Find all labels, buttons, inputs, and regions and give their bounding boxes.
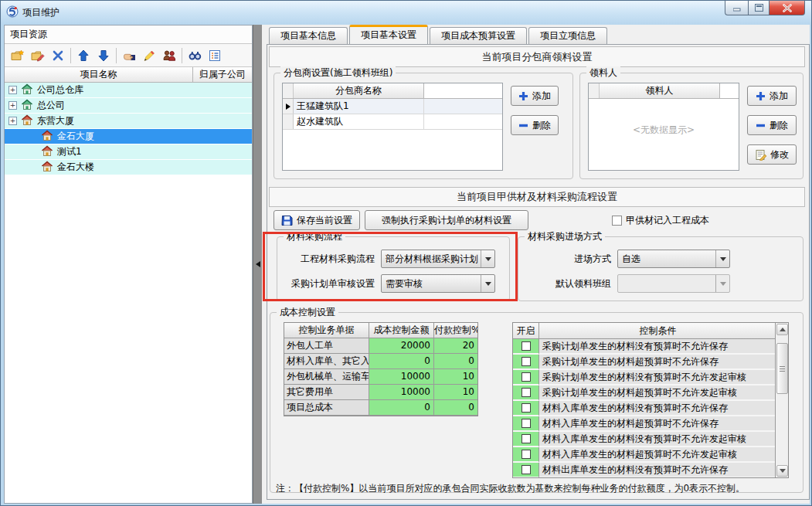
payment-pct-cell[interactable]: 10 <box>434 385 477 400</box>
payment-pct-cell[interactable]: 10 <box>434 369 477 385</box>
minimize-button[interactable] <box>725 1 748 15</box>
column-header-enabled[interactable]: 开启 <box>513 323 539 339</box>
tab-0[interactable]: 项目基本信息 <box>269 27 348 44</box>
subcontractor-add-button[interactable]: 添加 <box>511 86 559 106</box>
column-header-cost-amount[interactable]: 成本控制金额 <box>369 323 434 338</box>
material-flow-dropdown[interactable]: 部分材料根据采购计划 <box>381 250 495 268</box>
members-icon[interactable] <box>159 46 179 65</box>
delete-icon[interactable] <box>48 46 68 65</box>
column-header-doc-type[interactable]: 控制业务单据 <box>284 323 369 338</box>
cost-control-grid: 控制业务单据 成本控制金额 付款控制% 外包人工单2000020材料入库单、其它… <box>284 322 478 416</box>
column-header-picker[interactable]: 领料人 <box>600 83 720 98</box>
maximize-button[interactable] <box>748 1 770 15</box>
column-header-payment-pct[interactable]: 付款控制% <box>434 323 477 338</box>
toolbar-separator <box>116 48 117 63</box>
row-marker-header <box>283 83 294 98</box>
move-down-icon[interactable] <box>93 46 114 65</box>
condition-checkbox[interactable] <box>522 341 531 351</box>
row-marker <box>283 99 294 114</box>
chevron-down-icon[interactable] <box>481 250 494 267</box>
search-icon[interactable] <box>185 46 205 65</box>
tree-item[interactable]: +测试1 <box>5 144 252 160</box>
app-icon <box>6 5 19 20</box>
table-row: 其它费用单1000010 <box>284 385 477 400</box>
assign-icon[interactable] <box>119 46 139 65</box>
condition-checkbox[interactable] <box>522 357 531 366</box>
project-icon <box>21 114 37 128</box>
tree-item[interactable]: +东营大厦 <box>5 114 252 129</box>
tree-item[interactable]: +总公司 <box>5 98 252 114</box>
condition-text-cell: 采购计划单发生的材料没有预算时不允许发起审核 <box>539 370 776 385</box>
cost-amount-cell[interactable]: 0 <box>369 354 434 369</box>
enable-cell <box>513 370 539 385</box>
panel-splitter[interactable] <box>253 25 262 504</box>
move-up-icon[interactable] <box>73 46 93 65</box>
enable-cell <box>513 355 539 370</box>
table-row[interactable]: 王猛建筑队1 <box>283 99 502 114</box>
cost-amount-cell[interactable]: 10000 <box>369 385 434 400</box>
force-apply-button[interactable]: 强制执行采购计划单的材料设置 <box>365 210 528 230</box>
plan-audit-dropdown[interactable]: 需要审核 <box>381 274 495 293</box>
title-bar[interactable]: 项目维护 <box>1 1 811 24</box>
conditions-scrollbar[interactable] <box>775 323 788 477</box>
subcontractor-name-cell: 赵水建筑队 <box>294 114 424 129</box>
project-icon <box>21 99 37 113</box>
doc-type-cell: 材料入库单、其它入 <box>284 354 369 369</box>
condition-checkbox[interactable] <box>522 465 531 474</box>
expand-icon[interactable]: + <box>8 86 17 94</box>
tab-3[interactable]: 项目立项信息 <box>528 27 607 44</box>
owner-material-checkbox-row: 甲供材记入工程成本 <box>612 214 709 227</box>
column-header-subcontractor-name[interactable]: 分包商名称 <box>294 83 424 98</box>
payment-pct-cell[interactable]: 20 <box>434 338 477 354</box>
tab-1[interactable]: 项目基本设置 <box>349 25 428 44</box>
condition-checkbox[interactable] <box>522 403 531 413</box>
table-row[interactable]: 赵水建筑队 <box>283 114 502 130</box>
groupbox-title: 分包商设置(施工领料班组) <box>280 66 396 80</box>
condition-checkbox[interactable] <box>522 419 531 428</box>
tree-item-label: 金石大楼 <box>57 161 94 174</box>
cost-amount-cell[interactable]: 20000 <box>369 338 434 354</box>
column-header-subsidiary[interactable]: 归属子公司 <box>193 67 252 82</box>
chevron-down-icon[interactable] <box>715 250 729 267</box>
tree-item[interactable]: +金石大厦 <box>5 129 252 144</box>
condition-checkbox[interactable] <box>522 372 531 382</box>
picker-add-button[interactable]: 添加 <box>747 86 797 106</box>
condition-checkbox[interactable] <box>522 388 531 397</box>
subcontractor-delete-button[interactable]: 删除 <box>511 115 559 135</box>
no-data-placeholder: <无数据显示> <box>589 124 739 137</box>
tree-item-label: 东营大厦 <box>37 114 74 127</box>
payment-pct-cell[interactable]: 0 <box>434 354 477 369</box>
scroll-down-icon[interactable] <box>776 465 788 477</box>
edit-pencil-icon[interactable] <box>139 46 159 65</box>
picker-delete-button[interactable]: 删除 <box>747 115 797 135</box>
tree-item[interactable]: +公司总仓库 <box>5 83 252 98</box>
scroll-up-icon[interactable] <box>776 324 788 335</box>
owner-material-checkbox[interactable] <box>612 216 622 226</box>
edit-folder-icon[interactable] <box>28 46 48 65</box>
view-options-icon[interactable] <box>205 46 225 65</box>
chevron-down-icon[interactable] <box>481 275 494 292</box>
column-header-condition[interactable]: 控制条件 <box>539 323 776 339</box>
payment-pct-cell[interactable]: 0 <box>434 400 477 416</box>
expand-icon[interactable]: + <box>8 101 17 110</box>
project-icon <box>41 145 57 159</box>
condition-text-cell: 材料入库单发生的材料没有预算时不允许发起审核 <box>539 432 776 447</box>
cost-amount-cell[interactable]: 10000 <box>369 369 434 385</box>
entry-mode-dropdown[interactable]: 自选 <box>617 250 730 268</box>
row-marker <box>283 114 294 129</box>
scrollbar-thumb[interactable] <box>776 343 788 394</box>
expand-icon[interactable]: + <box>8 117 17 125</box>
tab-content: 当前项目分包商领料设置 分包商设置(施工领料班组) 分包商名称 王猛建筑队1赵水… <box>267 44 810 500</box>
column-header-project-name[interactable]: 项目名称 <box>5 67 193 82</box>
tree-item[interactable]: +金石大楼 <box>5 160 252 175</box>
condition-checkbox[interactable] <box>522 434 531 443</box>
toolbar-separator <box>70 48 71 63</box>
tab-2[interactable]: 项目成本预算设置 <box>430 27 527 44</box>
new-folder-icon[interactable] <box>8 46 28 65</box>
save-settings-button[interactable]: 保存当前设置 <box>273 210 360 230</box>
close-button[interactable] <box>770 1 805 15</box>
picker-modify-button[interactable]: 修改 <box>747 144 797 165</box>
condition-checkbox[interactable] <box>522 450 531 459</box>
picker-grid: 领料人 <无数据显示> <box>588 83 739 171</box>
cost-amount-cell[interactable]: 0 <box>369 400 434 416</box>
